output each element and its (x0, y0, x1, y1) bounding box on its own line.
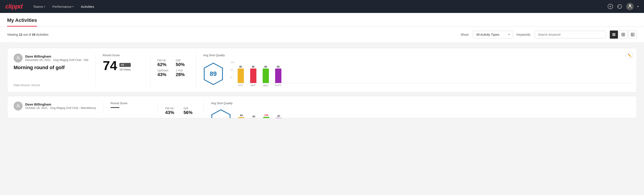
nav-performance[interactable]: Performance ▾ (52, 5, 74, 8)
card-user-2: Dave Billingham October 16, 2021 · Gog M… (14, 102, 96, 110)
avg-shot-content-2: 94 83 106 87 (211, 109, 630, 118)
round-score-label-2: Round Score (110, 102, 150, 105)
svg-rect-9 (622, 35, 623, 36)
bars-container-2: 94 83 106 87 (238, 114, 282, 118)
score-row-2 (110, 107, 150, 108)
bar-app: 90 (250, 65, 256, 83)
page-title: My Activities (7, 13, 37, 26)
round-score-label: Round Score (103, 54, 143, 57)
card-source: Data Source: Arccos (14, 84, 88, 87)
svg-rect-4 (612, 33, 616, 34)
activity-type-dropdown[interactable]: All Activity Types ▾ (473, 31, 513, 38)
svg-rect-7 (622, 33, 623, 34)
bar-putt: 89 (275, 65, 282, 83)
user-name-2: Dave Billingham (25, 102, 96, 106)
score-value: 74 (103, 59, 117, 72)
card-title: Morning round of golf (14, 65, 88, 70)
nav-performance-label: Performance (52, 5, 72, 8)
divider-4 (204, 102, 204, 113)
view-detail-button[interactable] (628, 30, 637, 39)
view-grid-button[interactable] (619, 30, 628, 39)
filter-bar: Viewing 12 out of 29 Activities Show: Al… (0, 27, 644, 42)
show-label: Show: (460, 33, 469, 36)
stat-1putt: 1 Putt 28% (176, 69, 189, 77)
card-left-2: Dave Billingham October 16, 2021 · Gog M… (14, 102, 96, 113)
svg-rect-11 (631, 33, 634, 36)
divider (96, 54, 96, 87)
activity-card-2: Dave Billingham October 16, 2021 · Gog M… (7, 96, 637, 118)
avatar (14, 54, 22, 62)
view-list-button[interactable] (610, 30, 618, 39)
bar-ott-2: 94 (238, 114, 244, 118)
user-date: December 05, 2021 · Gog Magog Golf Club … (25, 58, 88, 62)
svg-point-3 (629, 4, 631, 6)
page-header: My Activities (0, 13, 644, 27)
bar-arg-2: 106 (263, 114, 269, 118)
avg-shot-content: 89 100 50 0 (203, 61, 630, 87)
svg-rect-8 (624, 33, 625, 34)
bars-container: 85 90 89 (238, 65, 630, 83)
filter-viewing: Viewing 12 out of 29 Activities (7, 33, 457, 36)
add-activity-icon[interactable] (608, 4, 613, 9)
logo[interactable]: clippd (5, 3, 22, 10)
hexagon-svg-2 (211, 109, 231, 118)
avg-shot-section: Avg Shot Quality 89 1 (203, 54, 630, 87)
stat-fw-hit-2: FW Hit 43% (165, 107, 178, 115)
avg-shot-label: Avg Shot Quality (203, 54, 630, 57)
divider (196, 54, 196, 87)
score-meta: +4 18 Holes (120, 63, 131, 72)
avg-shot-label-2: Avg Shot Quality (211, 102, 630, 105)
divider-2 (103, 102, 103, 113)
user-chevron[interactable]: ▾ (637, 5, 639, 8)
view-toggles (610, 30, 637, 39)
nav-activities-label: Activities (81, 5, 94, 8)
stats-section-2: FW Hit 43% GIR 56% (165, 102, 196, 113)
edit-button[interactable]: ✏️ (626, 52, 633, 59)
avatar-2 (14, 102, 22, 110)
svg-point-16 (17, 56, 19, 58)
user-avatar[interactable] (626, 3, 634, 10)
nav-performance-chevron: ▾ (72, 5, 74, 8)
stat-gir: GIR 50% (176, 59, 189, 67)
nav-activities[interactable]: Activities (81, 5, 94, 8)
activity-card: ✏️ Dave Billingham December 05, 2021 · G… (7, 48, 637, 92)
bar-ott: 85 (238, 65, 244, 83)
svg-rect-6 (612, 35, 616, 36)
hexagon-2 (211, 109, 231, 118)
activities-list: ✏️ Dave Billingham December 05, 2021 · G… (0, 42, 644, 124)
bar-chart-wrapper: 100 50 0 85 (230, 61, 630, 87)
round-score-section-2: Round Score (110, 102, 150, 113)
search-input[interactable] (535, 31, 606, 38)
divider-3 (158, 102, 158, 113)
nav-teams-chevron: ▾ (44, 5, 45, 8)
nav-teams[interactable]: Teams ▾ (33, 5, 45, 8)
bar-putt-2: 87 (276, 114, 282, 118)
activity-type-value: All Activity Types (476, 33, 500, 36)
refresh-icon[interactable] (617, 4, 622, 9)
bar-app-2: 83 (250, 114, 257, 118)
svg-point-18 (17, 104, 19, 106)
bar-arg: 89 (263, 65, 269, 83)
navbar: clippd Teams ▾ Performance ▾ Activities … (0, 0, 644, 13)
hexagon: 89 (203, 62, 223, 86)
user-date-2: October 16, 2021 · Gog Magog Golf Club -… (25, 106, 96, 110)
stat-fw-hit: FW Hit 62% (158, 59, 170, 67)
nav-right: ▾ (608, 3, 639, 10)
stat-gir-2: GIR 56% (184, 107, 196, 115)
nav-teams-label: Teams (33, 5, 43, 8)
round-score-section: Round Score 74 +4 18 Holes (103, 54, 143, 87)
divider (150, 54, 150, 87)
card-user: Dave Billingham December 05, 2021 · Gog … (14, 54, 88, 62)
hexagon-value: 89 (210, 70, 217, 78)
activity-type-chevron: ▾ (508, 33, 510, 36)
user-name: Dave Billingham (25, 54, 88, 58)
card-left: Dave Billingham December 05, 2021 · Gog … (14, 54, 88, 87)
y-axis: 100 50 0 (230, 61, 234, 79)
stats-section: FW Hit 62% GIR 50% Up/Down 43% 1 Putt 28… (158, 54, 189, 87)
avg-shot-section-2: Avg Shot Quality 94 (211, 102, 630, 113)
score-row: 74 +4 18 Holes (103, 59, 143, 72)
svg-marker-19 (212, 110, 230, 118)
hexagon-container-2 (211, 109, 231, 118)
x-axis-labels: OTT APP ARG PUTT (230, 84, 630, 87)
svg-rect-5 (612, 34, 616, 35)
